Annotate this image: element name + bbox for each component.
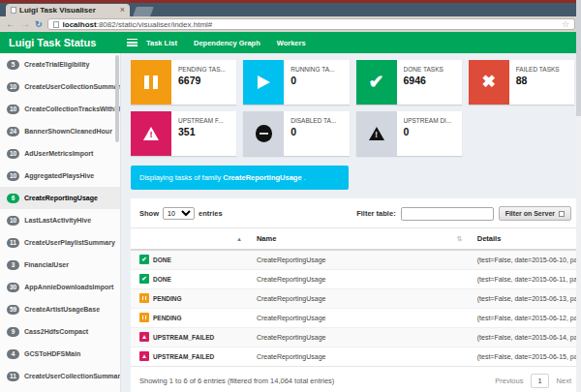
menu-toggle-icon[interactable] (127, 39, 138, 46)
sidebar-item-label: BannerShownCleanedHour (24, 128, 112, 135)
table-row[interactable]: PENDINGCreateReportingUsage(test=False, … (131, 288, 581, 308)
new-tab-button[interactable] (133, 7, 154, 16)
sidebar-scrollbar[interactable] (115, 55, 119, 142)
filter-input[interactable] (401, 207, 494, 221)
status-label: UPSTREAM_FAILED (153, 334, 214, 341)
task-count-badge: 3 (7, 260, 19, 270)
column-header-name[interactable]: Name ⇅ (248, 228, 469, 251)
page-scrollbar[interactable] (576, 0, 581, 392)
sidebar-item-gcstohdfsmain[interactable]: 4GCSToHDFSMain (0, 343, 120, 365)
sidebar-item-label: AggregatedPlaysHive (24, 172, 94, 179)
status-card-icon-block (131, 60, 171, 105)
task-count-badge: 10 (7, 171, 19, 181)
task-count-badge: 11 (7, 372, 19, 381)
table-row[interactable]: PENDINGCreateReportingUsage(test=False, … (131, 308, 581, 327)
status-badge-icon-box: ✔ (139, 274, 149, 284)
status-card-body: PENDING TAS...6679 (171, 60, 231, 105)
name-cell: CreateReportingUsage (248, 269, 469, 288)
task-count-badge: 59 (7, 305, 19, 315)
sidebar-item-createcollectiontrackswithm[interactable]: 10CreateCollectionTracksWithM (0, 98, 120, 120)
sidebar-item-label: AdUserMetricsImport (24, 150, 93, 157)
status-card-body: FAILED TASKS88 (509, 60, 566, 105)
status-card-value: 351 (178, 126, 224, 137)
sidebar-item-label: AppAnnieDownloadsImport (24, 284, 113, 290)
sidebar-item-label: LastLastActivityHive (24, 217, 91, 224)
sidebar-item-label: CreateReportingUsage (24, 195, 98, 201)
sidebar-item-label: GCSToHDFSMain (24, 350, 80, 357)
name-cell: CreateReportingUsage (248, 288, 469, 308)
sidebar-item-cass2hdfscompact[interactable]: 9Cass2HdfsCompact (0, 320, 120, 343)
family-name: CreateReportingUsage (223, 173, 301, 182)
sidebar-item-financialuser[interactable]: 3FinancialUser (0, 254, 120, 276)
task-table: ▲ Name ⇅ Details ✔DONECreateReportingUsa… (131, 227, 581, 366)
status-label: PENDING (153, 315, 182, 321)
status-badge-icon-box: ! (139, 332, 149, 342)
sidebar-item-createartistusagebase[interactable]: 59CreateArtistUsageBase (0, 298, 120, 320)
entries-label: entries (199, 209, 223, 218)
status-card-body: DISABLED TA...0 (284, 111, 342, 156)
bookmark-star-icon[interactable]: ☆ (562, 19, 569, 29)
status-card-icon-block: ✖ (469, 60, 509, 105)
task-count-badge: 11 (7, 238, 19, 248)
page-size-select[interactable]: 10 (163, 207, 195, 220)
sidebar-item-adusermetricsimport[interactable]: 10AdUserMetricsImport (0, 142, 120, 165)
app-navbar: Luigi Task Status Task List Dependency G… (0, 32, 581, 53)
nav-link-dependency-graph[interactable]: Dependency Graph (194, 39, 260, 47)
address-bar[interactable]: localhost:8082/static/visualiser/index.h… (47, 18, 575, 30)
task-count-badge: 24 (7, 127, 19, 136)
name-cell: CreateReportingUsage (248, 250, 469, 269)
app-brand[interactable]: Luigi Task Status (0, 37, 121, 48)
sidebar: 5CreateTrialEligibility10CreateUserColle… (0, 53, 121, 392)
pause-icon (144, 75, 158, 89)
browser-toolbar: ← → ↻ localhost:8082/static/visualiser/i… (0, 16, 581, 32)
check-icon: ✔ (368, 73, 383, 91)
table-row[interactable]: ✔DONECreateReportingUsage(test=False, da… (131, 269, 581, 288)
sidebar-item-label: CreateUserCollectionSummar (24, 83, 120, 90)
show-label: Show (139, 209, 159, 218)
status-card-body: UPSTREAM F...351 (171, 111, 229, 156)
sidebar-item-label: CreateArtistUsageBase (24, 306, 100, 313)
server-filter-checkbox[interactable] (559, 211, 565, 217)
details-cell: (test=False, date=2015-06-15, paralle (469, 347, 581, 366)
table-row[interactable]: !UPSTREAM_FAILEDCreateReportingUsage(tes… (131, 327, 581, 347)
sidebar-item-createreportingusage[interactable]: 6CreateReportingUsage (0, 187, 120, 209)
close-tab-icon[interactable]: × (120, 6, 125, 15)
forward-icon[interactable]: → (20, 19, 30, 29)
status-card-value: 0 (404, 126, 452, 137)
sidebar-item-createtrialeligibility[interactable]: 5CreateTrialEligibility (0, 53, 120, 75)
task-count-badge: 10 (7, 149, 19, 159)
status-card: !UPSTREAM F...351 (131, 111, 236, 156)
browser-tab[interactable]: Luigi Task Visualiser × (6, 4, 130, 16)
status-cell: PENDING (131, 288, 248, 308)
sidebar-item-appanniedownloadsimport[interactable]: 30AppAnnieDownloadsImport (0, 276, 120, 298)
nav-link-task-list[interactable]: Task List (146, 39, 177, 47)
next-page-button[interactable]: Next (557, 377, 571, 385)
sidebar-item-bannershowncleanedhour[interactable]: 24BannerShownCleanedHour (0, 120, 120, 142)
status-card-body: UPSTREAM DI...0 (397, 111, 458, 156)
filter-on-server-button[interactable]: Filter on Server (499, 206, 571, 221)
sidebar-item-createusercollectionsummar[interactable]: 10CreateUserCollectionSummar (0, 75, 120, 98)
sidebar-item-aggregatedplayshive[interactable]: 10AggregatedPlaysHive (0, 165, 120, 187)
sidebar-item-createusercollectionsummar[interactable]: 11CreateUserCollectionSummar (0, 365, 120, 387)
sidebar-item-lastlastactivityhive[interactable]: 10LastLastActivityHive (0, 209, 120, 231)
table-row[interactable]: ✔DONECreateReportingUsage(test=False, da… (131, 250, 581, 269)
task-count-badge: 6 (7, 194, 19, 203)
previous-page-button[interactable]: Previous (495, 377, 523, 385)
reload-icon[interactable]: ↻ (35, 20, 43, 29)
pause-icon (142, 316, 147, 320)
status-card-label: DISABLED TA... (290, 117, 336, 124)
back-icon[interactable]: ← (6, 19, 15, 29)
status-card: ✖FAILED TASKS88 (469, 60, 574, 105)
sidebar-item-createuserplaylistsummary[interactable]: 11CreateUserPlaylistSummary (0, 231, 120, 254)
page-1-button[interactable]: 1 (531, 374, 548, 388)
status-card-icon-block (243, 111, 284, 156)
table-row[interactable]: !UPSTREAM_FAILEDCreateReportingUsage(tes… (131, 347, 581, 366)
sidebar-item-label: FinancialUser (24, 261, 69, 268)
browser-tab-strip: Luigi Task Visualiser × (0, 3, 581, 16)
nav-link-workers[interactable]: Workers (277, 39, 306, 47)
status-cell: PENDING (131, 308, 248, 327)
column-header-details[interactable]: Details (469, 228, 581, 251)
column-header-status[interactable]: ▲ (131, 228, 248, 251)
status-badge: ✔DONE (139, 274, 171, 284)
details-cell: (test=False, date=2015-06-11, paralle (469, 269, 581, 288)
